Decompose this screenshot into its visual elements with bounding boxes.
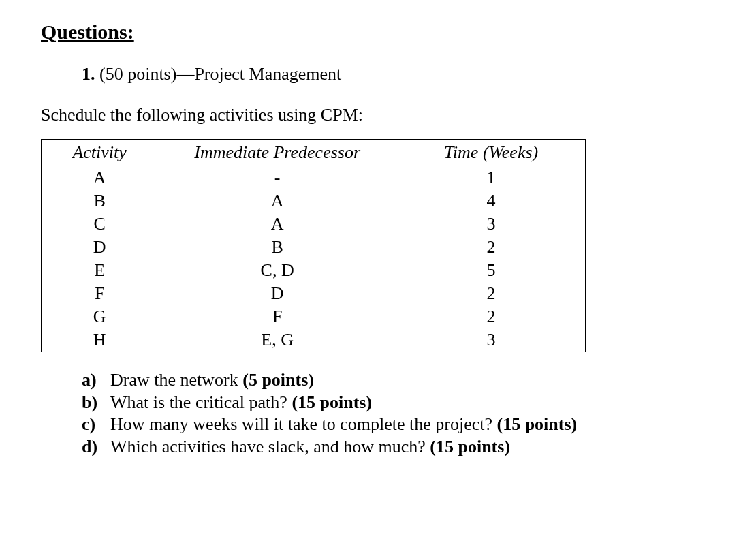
subquestion-points: (5 points) bbox=[242, 370, 314, 390]
cell-time: 1 bbox=[397, 166, 585, 190]
cell-time: 5 bbox=[397, 259, 585, 282]
subquestion-text: Draw the network (5 points) bbox=[110, 369, 314, 392]
cell-predecessor: D bbox=[157, 282, 397, 305]
cell-time: 2 bbox=[397, 236, 585, 259]
table-row: EC, D5 bbox=[42, 259, 586, 282]
cell-activity: A bbox=[42, 166, 158, 190]
cell-time: 3 bbox=[397, 328, 585, 352]
subquestion-body: What is the critical path? bbox=[110, 392, 292, 412]
col-header-predecessor: Immediate Predecessor bbox=[157, 140, 397, 166]
cell-time: 2 bbox=[397, 305, 585, 328]
cell-activity: D bbox=[42, 236, 158, 259]
subquestion: a)Draw the network (5 points) bbox=[82, 369, 722, 392]
subquestion-text: Which activities have slack, and how muc… bbox=[110, 436, 510, 458]
cell-time: 3 bbox=[397, 213, 585, 236]
table-row: HE, G3 bbox=[42, 328, 586, 352]
instruction-text: Schedule the following activities using … bbox=[41, 105, 722, 125]
col-header-time: Time (Weeks) bbox=[397, 140, 585, 166]
col-header-activity: Activity bbox=[42, 140, 158, 166]
question-title: Project Management bbox=[194, 64, 341, 84]
subquestion-text: What is the critical path? (15 points) bbox=[110, 392, 372, 414]
table-row: A-1 bbox=[42, 166, 586, 190]
cell-predecessor: F bbox=[157, 305, 397, 328]
table-row: CA3 bbox=[42, 213, 586, 236]
subquestion-points: (15 points) bbox=[292, 392, 372, 412]
question-dash: — bbox=[176, 64, 194, 84]
cell-activity: G bbox=[42, 305, 158, 328]
cell-time: 2 bbox=[397, 282, 585, 305]
cell-predecessor: B bbox=[157, 236, 397, 259]
subquestion-body: Which activities have slack, and how muc… bbox=[110, 437, 430, 456]
subquestion: c)How many weeks will it take to complet… bbox=[82, 414, 722, 436]
table-row: BA4 bbox=[42, 189, 586, 213]
subquestion-body: Draw the network bbox=[110, 370, 242, 390]
subquestion-letter: d) bbox=[82, 436, 110, 458]
cell-predecessor: A bbox=[157, 213, 397, 236]
cell-predecessor: E, G bbox=[157, 328, 397, 352]
activity-table: Activity Immediate Predecessor Time (Wee… bbox=[41, 139, 586, 352]
table-row: DB2 bbox=[42, 236, 586, 259]
section-heading: Questions: bbox=[41, 20, 722, 44]
subquestion-letter: c) bbox=[82, 414, 110, 436]
subquestion-list: a)Draw the network (5 points)b)What is t… bbox=[82, 369, 722, 458]
cell-activity: F bbox=[42, 282, 158, 305]
subquestion-text: How many weeks will it take to complete … bbox=[110, 414, 577, 436]
cell-activity: C bbox=[42, 213, 158, 236]
cell-activity: H bbox=[42, 328, 158, 352]
cell-activity: B bbox=[42, 189, 158, 213]
subquestion-letter: b) bbox=[82, 392, 110, 414]
table-row: GF2 bbox=[42, 305, 586, 328]
cell-predecessor: A bbox=[157, 189, 397, 213]
cell-time: 4 bbox=[397, 189, 585, 213]
subquestion: d)Which activities have slack, and how m… bbox=[82, 436, 722, 458]
question-number: 1. bbox=[82, 64, 95, 84]
question-points: (50 points) bbox=[99, 64, 176, 84]
subquestion: b)What is the critical path? (15 points) bbox=[82, 392, 722, 414]
question-1: 1. (50 points)—Project Management bbox=[82, 64, 722, 84]
table-row: FD2 bbox=[42, 282, 586, 305]
subquestion-points: (15 points) bbox=[430, 437, 510, 456]
subquestion-body: How many weeks will it take to complete … bbox=[110, 414, 497, 434]
cell-predecessor: - bbox=[157, 166, 397, 190]
cell-predecessor: C, D bbox=[157, 259, 397, 282]
cell-activity: E bbox=[42, 259, 158, 282]
subquestion-letter: a) bbox=[82, 369, 110, 392]
subquestion-points: (15 points) bbox=[497, 414, 578, 434]
table-header-row: Activity Immediate Predecessor Time (Wee… bbox=[42, 140, 586, 166]
